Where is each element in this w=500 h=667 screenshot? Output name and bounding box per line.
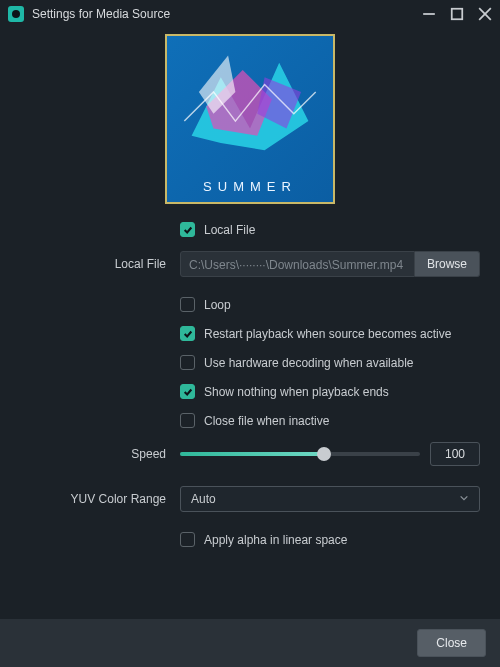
footer: Close <box>0 619 500 667</box>
yuv-select-value: Auto <box>191 492 216 506</box>
speed-slider-thumb[interactable] <box>317 447 331 461</box>
speed-slider[interactable] <box>180 452 420 456</box>
hw-decode-checkbox[interactable] <box>180 355 195 370</box>
apply-alpha-label: Apply alpha in linear space <box>204 533 347 547</box>
yuv-label: YUV Color Range <box>20 492 180 506</box>
show-nothing-checkbox[interactable] <box>180 384 195 399</box>
apply-alpha-checkbox[interactable] <box>180 532 195 547</box>
loop-checkbox[interactable] <box>180 297 195 312</box>
close-button[interactable]: Close <box>417 629 486 657</box>
preview-art <box>177 46 323 167</box>
preview-caption: SUMMER <box>167 179 333 194</box>
local-file-checkbox[interactable] <box>180 222 195 237</box>
minimize-button[interactable] <box>422 7 436 21</box>
local-file-label: Local File <box>20 257 180 271</box>
close-window-button[interactable] <box>478 7 492 21</box>
hw-decode-label: Use hardware decoding when available <box>204 356 413 370</box>
close-inactive-checkbox[interactable] <box>180 413 195 428</box>
media-preview: SUMMER <box>165 34 335 204</box>
maximize-button[interactable] <box>450 7 464 21</box>
speed-value-input[interactable]: 100 <box>430 442 480 466</box>
restart-playback-label: Restart playback when source becomes act… <box>204 327 451 341</box>
speed-slider-fill <box>180 452 324 456</box>
yuv-color-range-select[interactable]: Auto <box>180 486 480 512</box>
local-file-check-label: Local File <box>204 223 255 237</box>
browse-button[interactable]: Browse <box>415 251 480 277</box>
window-controls <box>422 7 492 21</box>
svg-rect-2 <box>452 9 463 20</box>
chevron-down-icon <box>459 492 469 506</box>
titlebar: Settings for Media Source <box>0 0 500 28</box>
restart-playback-checkbox[interactable] <box>180 326 195 341</box>
loop-label: Loop <box>204 298 231 312</box>
content-area: SUMMER Local File Local File C:\Users\··… <box>0 28 500 547</box>
local-file-path-input[interactable]: C:\Users\········\Downloads\Summer.mp4 <box>180 251 415 277</box>
preview-wrap: SUMMER <box>20 34 480 204</box>
close-inactive-label: Close file when inactive <box>204 414 329 428</box>
app-icon <box>8 6 24 22</box>
window-title: Settings for Media Source <box>32 7 422 21</box>
show-nothing-label: Show nothing when playback ends <box>204 385 389 399</box>
svg-point-0 <box>12 10 20 18</box>
speed-label: Speed <box>20 447 180 461</box>
